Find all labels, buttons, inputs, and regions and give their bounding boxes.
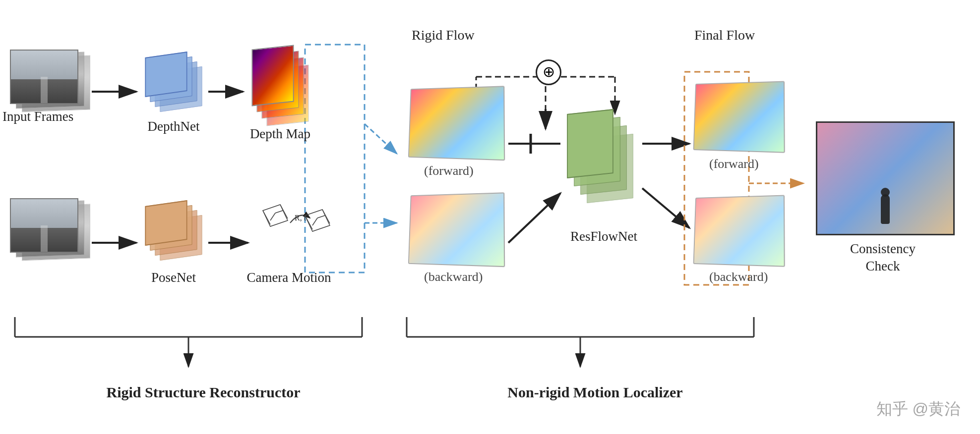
pose-net-label: PoseNet [139, 270, 208, 285]
final-flow-label: Final Flow [694, 27, 755, 43]
final-flow-backward [693, 195, 785, 267]
final-flow-forward [693, 81, 785, 153]
rigid-flow-forward [408, 86, 505, 161]
non-rigid-label: Non-rigid Motion Localizer [436, 384, 754, 401]
rigid-structure-label: Rigid Structure Reconstructor [45, 384, 362, 401]
resflownet-stack [563, 111, 645, 225]
watermark: 知乎 @黄治 [876, 398, 960, 420]
svg-line-35 [275, 211, 283, 213]
depth-net-label: DepthNet [139, 119, 208, 134]
svg-line-13 [508, 193, 560, 243]
svg-line-34 [270, 213, 275, 220]
svg-marker-37 [305, 210, 330, 231]
final-flow-forward-label: (forward) [709, 157, 759, 171]
input-frames-label: Input Frames [2, 109, 89, 124]
svg-line-9 [365, 124, 397, 154]
camera-motion-label: Camera Motion [245, 270, 332, 285]
input-frames-bottom [10, 198, 92, 282]
svg-line-39 [322, 210, 330, 223]
svg-line-33 [280, 205, 288, 218]
resflownet-label: ResFlowNet [560, 229, 647, 244]
diagram: Input Frames DepthNet Depth Map PoseNet … [0, 0, 980, 434]
rigid-flow-backward [408, 192, 505, 267]
rigid-flow-forward-label: (forward) [424, 163, 474, 178]
plus-circle: ⊕ [536, 59, 561, 85]
rigid-flow-backward-label: (backward) [424, 270, 483, 284]
consistency-check-image [816, 121, 955, 235]
final-flow-backward-label: (backward) [709, 270, 768, 284]
rigid-flow-label: Rigid Flow [412, 27, 475, 43]
svg-line-20 [642, 188, 689, 228]
svg-line-32 [263, 211, 270, 224]
svg-line-40 [312, 218, 317, 225]
depth-map-label: Depth Map [243, 126, 317, 142]
camera-motion-icon: R, t [253, 196, 332, 265]
svg-line-41 [317, 216, 325, 218]
svg-text:R, t: R, t [295, 214, 306, 222]
consistency-check-label: ConsistencyCheck [821, 240, 945, 275]
svg-marker-31 [263, 205, 288, 226]
